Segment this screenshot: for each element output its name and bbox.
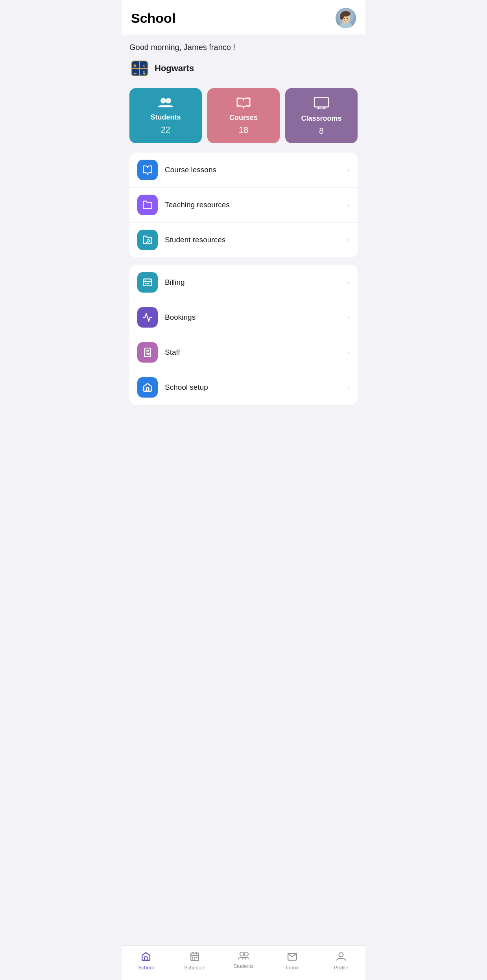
billing-label: Billing (165, 278, 340, 287)
school-setup-label: School setup (165, 383, 340, 392)
staff-icon-wrap (137, 342, 158, 363)
school-setup-icon-wrap (137, 377, 158, 398)
student-resources-chevron: › (347, 236, 350, 244)
bookings-chevron: › (347, 313, 350, 322)
menu-item-course-lessons[interactable]: Course lessons › (129, 153, 358, 188)
profile-nav-icon (336, 951, 346, 963)
school-name-row: 🦁 🦅 🦡 🐍 Hogwarts (129, 58, 358, 79)
student-resources-label: Student resources (165, 236, 340, 244)
school-name-label: Hogwarts (155, 63, 194, 74)
course-lessons-chevron: › (347, 166, 350, 174)
courses-count: 18 (239, 125, 248, 135)
svg-point-46 (244, 952, 248, 956)
avatar-image (336, 8, 356, 28)
page-title: School (131, 11, 175, 26)
svg-text:🦡: 🦡 (133, 71, 137, 75)
main-content: Good morning, James franco ! 🦁 🦅 🦡 🐍 Hog… (122, 35, 365, 452)
svg-text:🦁: 🦁 (133, 64, 137, 68)
avatar[interactable] (336, 8, 356, 28)
svg-point-5 (340, 13, 344, 20)
school-nav-icon (141, 951, 151, 963)
svg-point-16 (160, 98, 166, 103)
bookings-icon-wrap (137, 307, 158, 328)
profile-nav-label: Profile (334, 965, 349, 971)
teaching-resources-label: Teaching resources (165, 201, 340, 209)
menu-item-teaching-resources[interactable]: Teaching resources › (129, 188, 358, 223)
students-nav-icon (238, 951, 249, 962)
menu-item-billing[interactable]: $ Billing › (129, 265, 358, 300)
billing-icon-wrap: $ (137, 272, 158, 293)
courses-icon (236, 97, 251, 111)
students-icon (158, 97, 173, 110)
menu-section-resources: Course lessons › Teaching resources › St… (129, 153, 358, 257)
classrooms-count: 8 (319, 126, 324, 136)
svg-point-45 (240, 952, 244, 956)
svg-point-7 (347, 18, 348, 19)
course-lessons-icon-wrap (137, 160, 158, 180)
svg-point-48 (339, 952, 343, 957)
nav-item-schedule[interactable]: Schedule (170, 950, 219, 972)
teaching-resources-chevron: › (347, 201, 350, 209)
menu-item-student-resources[interactable]: Student resources › (129, 223, 358, 257)
inbox-nav-icon (287, 951, 297, 963)
svg-point-23 (147, 239, 150, 242)
school-nav-label: School (138, 965, 154, 971)
schedule-nav-icon (190, 951, 200, 963)
svg-point-6 (344, 18, 345, 19)
bookings-label: Bookings (165, 313, 340, 322)
menu-item-school-setup[interactable]: School setup › (129, 370, 358, 405)
schedule-nav-label: Schedule (184, 965, 205, 971)
header: School (122, 0, 365, 35)
stat-card-students[interactable]: Students 22 (129, 88, 202, 143)
stat-card-classrooms[interactable]: Classrooms 8 (285, 88, 358, 143)
stat-card-courses[interactable]: Courses 18 (207, 88, 280, 143)
inbox-nav-label: Inbox (286, 965, 299, 971)
course-lessons-label: Course lessons (165, 166, 340, 174)
school-setup-chevron: › (347, 383, 350, 392)
svg-rect-34 (146, 388, 149, 391)
svg-text:🦅: 🦅 (142, 64, 146, 68)
greeting-text: Good morning, James franco ! (129, 43, 358, 52)
teaching-resources-icon-wrap (137, 195, 158, 215)
classrooms-icon (314, 97, 329, 111)
svg-rect-18 (314, 98, 328, 107)
bottom-nav: School Schedule (122, 945, 365, 980)
menu-item-bookings[interactable]: Bookings › (129, 300, 358, 335)
staff-chevron: › (347, 348, 350, 357)
nav-item-inbox[interactable]: Inbox (268, 950, 317, 972)
nav-item-students[interactable]: Students (219, 950, 268, 972)
svg-rect-35 (145, 957, 148, 960)
menu-section-admin: $ Billing › Bookings › (129, 265, 358, 405)
svg-text:$: $ (144, 279, 146, 282)
menu-item-staff[interactable]: Staff › (129, 335, 358, 370)
stats-grid: Students 22 Courses 18 (129, 88, 358, 143)
school-crest: 🦁 🦅 🦡 🐍 (129, 58, 150, 79)
student-resources-icon-wrap (137, 230, 158, 250)
billing-chevron: › (347, 278, 350, 287)
svg-point-17 (166, 98, 171, 103)
students-nav-label: Students (233, 963, 253, 969)
nav-item-school[interactable]: School (122, 950, 170, 972)
classrooms-label: Classrooms (301, 114, 341, 123)
students-label: Students (150, 113, 181, 122)
nav-item-profile[interactable]: Profile (317, 950, 365, 972)
students-count: 22 (161, 125, 170, 135)
staff-label: Staff (165, 348, 340, 357)
svg-text:🐍: 🐍 (142, 71, 146, 75)
courses-label: Courses (229, 114, 258, 122)
